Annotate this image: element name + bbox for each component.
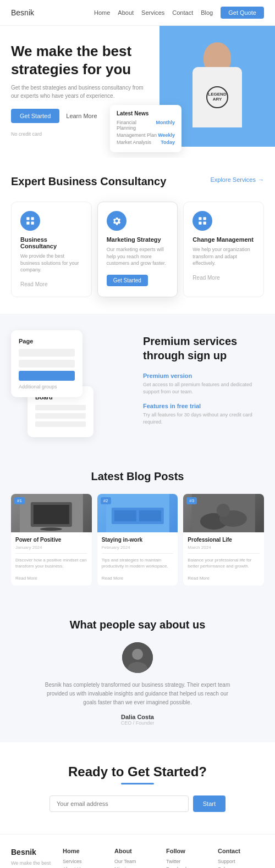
services-explore-link[interactable]: Explore Services → (210, 176, 264, 183)
signup-title: Premium services through sign up (143, 334, 264, 363)
navbar: Besnik Home About Services Contact Blog … (0, 0, 275, 26)
mockup-card-page: Page Additional groups (11, 330, 82, 397)
footer-link-follow-1[interactable]: Twitter (166, 859, 212, 864)
footer-col-title-contact: Contact (218, 848, 264, 854)
mockup-wrapper: Page Additional groups Board (11, 330, 110, 437)
signup-feature-2: Features in free trial Try all features … (143, 403, 264, 425)
signup-mockup: Page Additional groups Board (11, 330, 132, 437)
blog-readmore-3[interactable]: Read More (188, 576, 210, 581)
settings-icon (112, 216, 122, 226)
hero-card-val-3: Today (161, 140, 175, 145)
footer-link-contact-1[interactable]: Support (218, 859, 264, 864)
blog-body-1: Power of Positive January 2024 Discover … (11, 532, 92, 586)
svg-rect-15 (139, 510, 161, 521)
hero-section: LEGEND ARY We make the best strategies f… (0, 26, 275, 158)
blog-divider-3 (188, 553, 260, 554)
footer-col-title-follow: Follow (166, 848, 212, 854)
footer-col-about: About Our Team Mission Vision Partners C… (114, 848, 161, 868)
nav-link-blog[interactable]: Blog (201, 9, 213, 16)
service-name-1: Business Consultancy (20, 236, 82, 249)
service-desc-2: Our marketing experts will help you reac… (107, 246, 169, 267)
mockup-board-item-3 (35, 421, 86, 427)
blog-title-2: Staying in-work (102, 537, 174, 543)
svg-rect-0 (26, 217, 29, 220)
marketing-strategy-icon (107, 211, 127, 231)
blog-readmore-1[interactable]: Read More (15, 576, 37, 581)
change-management-icon (193, 211, 212, 231)
footer-col-title-home: Home (63, 848, 109, 854)
service-read-1[interactable]: Read More (20, 281, 47, 287)
testimonial-title: What people say about us (11, 619, 264, 631)
footer-brand: Besnik (11, 848, 57, 856)
svg-point-11 (40, 527, 62, 531)
testimonial-text: Besnik has completely transformed our bu… (44, 681, 231, 707)
svg-rect-3 (31, 222, 34, 225)
footer-brand-col: Besnik We make the best strategies for y… (11, 848, 57, 868)
blog-card-1: #1 Power of Positive January 2024 Discov… (11, 494, 92, 586)
blog-excerpt-1: Discover how a positive mindset can tran… (15, 557, 87, 569)
nav-cta-button[interactable]: Get Quote (221, 7, 264, 19)
cta-underline (121, 783, 154, 784)
blog-excerpt-3: Balance your professional life for bette… (188, 557, 260, 569)
blog-img-1: #1 (11, 494, 92, 532)
blog-readmore-2[interactable]: Read More (102, 576, 124, 581)
blog-tag-3: #3 (186, 497, 197, 504)
nav-link-about[interactable]: About (118, 9, 134, 16)
footer: Besnik We make the best strategies for y… (0, 834, 275, 868)
avatar (122, 642, 153, 673)
svg-rect-5 (204, 217, 206, 220)
svg-rect-14 (114, 510, 136, 521)
blog-title-3: Professional Life (188, 537, 260, 543)
signup-feature-desc-2: Try all features for 30 days without any… (143, 411, 264, 425)
testimonial-name: Dalia Costa (11, 714, 264, 720)
cta-email-input[interactable] (50, 795, 189, 812)
mockup-footnote: Additional groups (19, 384, 75, 390)
testimonial-role: CEO / Founder (11, 720, 264, 726)
nav-link-services[interactable]: Services (141, 9, 164, 16)
service-name-2: Marketing Strategy (107, 236, 169, 243)
shirt-logo-icon: LEGEND ARY (206, 86, 228, 108)
service-card-2: Marketing Strategy Our marketing experts… (97, 202, 178, 297)
person-illustration: LEGEND ARY (187, 42, 248, 147)
svg-point-21 (132, 649, 143, 660)
footer-col-follow: Follow Twitter Facebook LinkedIn Instagr… (166, 848, 212, 868)
hero-primary-button[interactable]: Get Started (11, 109, 59, 123)
mockup-cta-block (19, 371, 75, 381)
nav-link-contact[interactable]: Contact (172, 9, 193, 16)
blog-card-3: #3 Professional Life March 2024 Balance … (183, 494, 264, 586)
service-card-1: Business Consultancy We provide the best… (11, 202, 92, 297)
blog-img-3: #3 (183, 494, 264, 532)
svg-rect-6 (199, 222, 202, 225)
person-shirt: LEGEND ARY (193, 67, 242, 127)
hero-card-row-2: Management Plan Weekly (117, 132, 175, 138)
service-read-3[interactable]: Read More (193, 275, 219, 281)
hero-subtitle: Get the best strategies and business con… (11, 84, 150, 100)
cta-title: Ready to Get Started? (11, 764, 264, 780)
grid-icon (25, 216, 35, 226)
services-header: Expert Business Consultancy Explore Serv… (11, 174, 264, 188)
mockup-board-item-2 (35, 413, 86, 419)
service-cta-button[interactable]: Get Started (107, 275, 148, 286)
blog-section-title: Latest Blog Posts (11, 470, 264, 483)
hero-card-label-1: Financial Planning (117, 120, 156, 131)
mockup-card-title: Page (19, 338, 75, 344)
business-consultancy-icon (20, 211, 40, 231)
cta-submit-button[interactable]: Start (193, 795, 226, 812)
footer-link-home-1[interactable]: Services (63, 859, 109, 864)
signup-text: Premium services through sign up Premium… (143, 334, 264, 433)
blog-tag-1: #1 (14, 497, 25, 504)
mockup-field-1 (19, 349, 75, 357)
hero-secondary-button[interactable]: Learn More (66, 113, 97, 119)
hero-card-title: Latest News (117, 110, 175, 116)
blog-divider-2 (102, 553, 174, 554)
services-section: Expert Business Consultancy Explore Serv… (0, 158, 275, 314)
service-card-3: Change Management We help your organizat… (183, 202, 264, 297)
nav-link-home[interactable]: Home (94, 9, 110, 16)
svg-rect-7 (204, 222, 206, 225)
footer-grid: Besnik We make the best strategies for y… (11, 848, 264, 868)
blog-grid: #1 Power of Positive January 2024 Discov… (11, 494, 264, 586)
svg-rect-4 (199, 217, 202, 220)
hero-card-val-1: Monthly (156, 120, 175, 131)
testimonial-section: What people say about us Besnik has comp… (0, 602, 275, 742)
footer-link-about-1[interactable]: Our Team (114, 859, 161, 864)
